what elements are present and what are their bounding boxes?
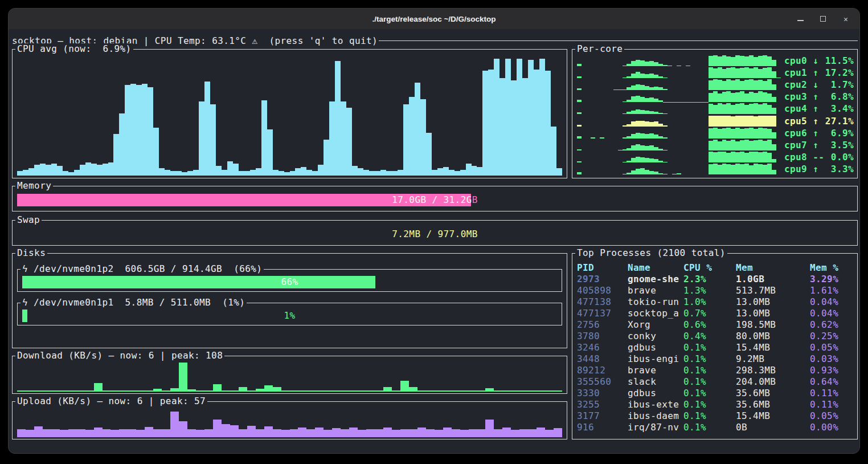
col-header-cpu: CPU % xyxy=(683,262,736,274)
cell-cpu: 0.1% xyxy=(683,388,736,399)
core-row: cpu0 ↓11.5% xyxy=(577,55,854,67)
cell-memp: 0.03% xyxy=(810,353,856,365)
cell-mem: 13.0MB xyxy=(736,296,810,308)
cell-memp: 0.11% xyxy=(810,388,856,399)
cell-cpu: 0.1% xyxy=(683,365,736,376)
disk-item-title: ϟ/dev/nvme0n1p1 5.8MB / 511.0MB (1%) xyxy=(21,297,247,308)
cell-mem: 15.4MB xyxy=(736,410,810,422)
cell-name: ibus-daem xyxy=(628,410,683,422)
per-core-panel-title: Per-core xyxy=(575,43,624,55)
cell-pid: 355560 xyxy=(577,376,628,388)
terminal-window: ./target/release/soc ~/D/G/socktop ✕ soc… xyxy=(8,8,860,454)
table-row: 3780 conky 0.4% 80.0MB 0.25% xyxy=(577,331,856,342)
disk-item-text: /dev/nvme0n1p2 606.5GB / 914.4GB (66%) xyxy=(34,263,262,275)
core-label: cpu7 ↑3.5% xyxy=(784,140,854,150)
disk-item-text: /dev/nvme0n1p1 5.8MB / 511.0MB (1%) xyxy=(34,297,245,308)
maximize-button[interactable] xyxy=(818,14,828,23)
core-label: cpu4 ↑3.4% xyxy=(784,103,854,114)
table-row: 916 irq/87-nv 0.1% 0B 0.00% xyxy=(577,422,856,433)
processes-panel-title: Top Processes (2100 total) xyxy=(575,247,727,259)
status-header: socktop — host: debian | CPU Temp: 63.1°… xyxy=(12,35,858,46)
panel-processes: Top Processes (2100 total) PID Name CPU … xyxy=(572,253,858,439)
table-row: 3177 ibus-daem 0.1% 15.4MB 0.05% xyxy=(577,410,856,422)
table-row: 355560 slack 0.1% 204.0MB 0.64% xyxy=(577,376,856,388)
cell-memp: 0.62% xyxy=(810,319,856,331)
disk-usage-gauge: 66% 66% xyxy=(22,276,557,288)
core-sparkline xyxy=(577,140,781,150)
cell-name: socktop_a xyxy=(628,308,683,319)
cell-pid: 2756 xyxy=(577,319,628,331)
cell-mem: 204.0MB xyxy=(736,376,810,388)
core-usage-value: 1.7% xyxy=(818,79,854,90)
core-sparkline xyxy=(577,128,781,139)
cell-pid: 3177 xyxy=(577,410,628,422)
core-label: cpu5 ↑27.1% xyxy=(784,116,854,127)
cell-cpu: 0.1% xyxy=(683,422,736,433)
cell-mem: 0B xyxy=(736,422,810,433)
panel-cpu-avg: CPU avg (now: 6.9%) xyxy=(12,49,567,178)
cell-memp: 3.29% xyxy=(810,274,856,285)
disk-gauge-fill: 1% xyxy=(22,310,27,322)
window-title: ./target/release/soc ~/D/G/socktop xyxy=(372,15,496,23)
cell-mem: 298.3MB xyxy=(736,365,810,376)
core-usage-value: 0.0% xyxy=(824,152,854,162)
disk-icon: ϟ xyxy=(22,263,28,275)
core-trend-arrow-icon: ↑ xyxy=(813,67,818,78)
core-name: cpu2 xyxy=(784,79,813,90)
cell-memp: 0.04% xyxy=(810,296,856,308)
core-trend-arrow-icon: ↓ xyxy=(813,79,818,90)
cell-memp: 0.05% xyxy=(810,342,856,353)
core-sparkline xyxy=(577,103,781,114)
minimize-button[interactable] xyxy=(796,14,805,23)
table-row: 2973 gnome-she 2.3% 1.0GB 3.29% xyxy=(577,274,856,285)
cell-memp: 0.64% xyxy=(810,376,856,388)
core-name: cpu8 xyxy=(784,152,813,162)
maximize-icon xyxy=(820,16,826,22)
cell-pid: 3780 xyxy=(577,331,628,342)
titlebar[interactable]: ./target/release/soc ~/D/G/socktop ✕ xyxy=(9,9,859,30)
disk-item: ϟ/dev/nvme0n1p2 606.5GB / 914.4GB (66%) … xyxy=(17,269,562,292)
cell-cpu: 0.7% xyxy=(683,308,736,319)
cell-name: conky xyxy=(628,331,683,342)
core-trend-arrow-icon: ↑ xyxy=(813,140,818,150)
cell-cpu: 0.1% xyxy=(683,353,736,365)
core-sparkline xyxy=(577,91,781,102)
cell-name: gdbus xyxy=(628,342,683,353)
swap-panel-title: Swap xyxy=(15,214,42,226)
col-header-name: Name xyxy=(628,262,683,274)
cell-name: slack xyxy=(628,376,683,388)
close-button[interactable]: ✕ xyxy=(841,14,850,23)
memory-gauge-fill: 17.0GB / 31.2GB xyxy=(17,194,471,206)
terminal-content: socktop — host: debian | CPU Temp: 63.1°… xyxy=(9,30,860,454)
core-name: cpu5 xyxy=(784,116,813,127)
core-row: cpu8 --0.0% xyxy=(577,151,854,163)
core-sparkline xyxy=(577,79,781,90)
core-label: cpu1 ↑17.2% xyxy=(784,67,854,78)
core-name: cpu6 xyxy=(784,128,813,139)
cell-memp: 0.05% xyxy=(810,410,856,422)
cell-mem: 80.0MB xyxy=(736,331,810,342)
core-row: cpu6 ↑6.9% xyxy=(577,127,854,139)
header-rule xyxy=(379,40,858,41)
core-usage-value: 27.1% xyxy=(818,116,854,127)
cell-cpu: 1.3% xyxy=(683,285,736,296)
core-row: cpu2 ↓1.7% xyxy=(577,79,854,91)
core-label: cpu2 ↓1.7% xyxy=(784,79,854,90)
core-usage-value: 6.9% xyxy=(818,128,854,139)
cell-pid: 3255 xyxy=(577,399,628,410)
core-name: cpu0 xyxy=(784,55,813,66)
table-row: 3246 gdbus 0.1% 15.4MB 0.05% xyxy=(577,342,856,353)
core-trend-arrow-icon: ↓ xyxy=(813,55,818,66)
cell-name: gdbus xyxy=(628,388,683,399)
cell-name: ibus-engi xyxy=(628,353,683,365)
core-trend-arrow-icon: ↑ xyxy=(813,128,818,139)
cell-cpu: 0.1% xyxy=(683,342,736,353)
core-sparkline xyxy=(577,116,781,127)
disk-gauge-fill-label: 1% xyxy=(22,310,27,322)
core-label: cpu6 ↑6.9% xyxy=(784,128,854,139)
core-row: cpu7 ↑3.5% xyxy=(577,139,854,151)
upload-chart xyxy=(17,408,562,437)
download-panel-title: Download (KB/s) — now: 6 | peak: 108 xyxy=(15,350,224,361)
cell-cpu: 0.6% xyxy=(683,319,736,331)
cell-memp: 0.11% xyxy=(810,399,856,410)
